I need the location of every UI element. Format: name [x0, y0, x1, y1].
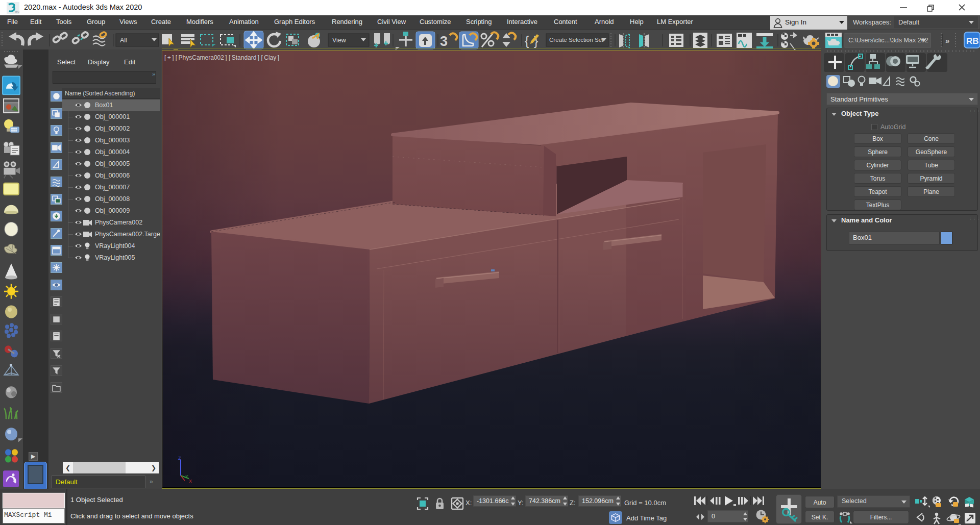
svg-text:X: X: [189, 479, 192, 484]
svg-text:3: 3: [440, 34, 448, 49]
svg-text:RB: RB: [966, 36, 979, 46]
svg-text:»: »: [945, 36, 949, 45]
svg-text:View: View: [332, 37, 347, 44]
svg-text:MAX: MAX: [15, 10, 19, 13]
svg-text:All: All: [120, 37, 127, 44]
svg-text:Y: Y: [185, 474, 188, 479]
svg-text:Create Selection Set: Create Selection Set: [549, 36, 604, 43]
svg-text:Z: Z: [178, 456, 181, 461]
svg-text:C:\Users\clic...\3ds Max 202: C:\Users\clic...\3ds Max 202: [848, 37, 928, 44]
svg-text:{: {: [525, 34, 529, 48]
